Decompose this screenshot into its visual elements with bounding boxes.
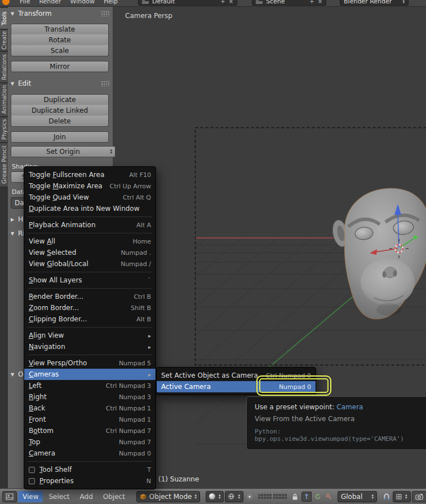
- menu-item-set-active-object-as-camera[interactable]: Set Active Object as CameraCtrl Numpad 0: [157, 370, 316, 381]
- shelf-tab-relations[interactable]: Relations: [0, 52, 8, 83]
- menu-item-properties[interactable]: PropertiesN: [24, 475, 156, 487]
- shelf-tab-create[interactable]: Create: [0, 30, 8, 51]
- layer-cell[interactable]: [258, 494, 260, 496]
- manipulator-translate-toggle[interactable]: [301, 492, 312, 502]
- shelf-tab-animation[interactable]: Animation: [0, 83, 8, 117]
- shelf-tab-grease-pencil[interactable]: Grease Pencil: [0, 143, 8, 187]
- menu-item-align-view[interactable]: Align View▸: [24, 330, 156, 341]
- editor-type-button[interactable]: [2, 491, 17, 502]
- layer-cell[interactable]: [273, 497, 276, 499]
- viewport-shading-dropdown[interactable]: ▴▾: [206, 491, 224, 502]
- header-menu-select[interactable]: Select: [44, 491, 74, 502]
- lock-to-scene-icon[interactable]: [290, 492, 300, 502]
- layer-cell[interactable]: [267, 497, 269, 499]
- opengl-render-button[interactable]: [412, 491, 426, 502]
- render-engine-selector[interactable]: Blender Render ▴▾: [340, 0, 409, 6]
- layer-cell[interactable]: [282, 494, 284, 496]
- menu-item-view-persp-ortho[interactable]: View Persp/OrthoNumpad 5: [24, 357, 156, 369]
- menu-separator: [28, 461, 152, 462]
- menu-item-back[interactable]: BackCtrl Numpad 1: [24, 403, 156, 414]
- scale-button[interactable]: Scale: [11, 45, 109, 56]
- add-layout-button[interactable]: +: [220, 0, 225, 5]
- menu-item-playback-animation[interactable]: Playback AnimationAlt A: [24, 219, 156, 231]
- menu-item-toggle-maximize-area[interactable]: Toggle Maximize AreaCtrl Up Arrow: [24, 180, 156, 192]
- rotate-button[interactable]: Rotate: [11, 34, 109, 46]
- layer-cell[interactable]: [261, 497, 263, 499]
- layer-cell[interactable]: [282, 497, 284, 499]
- layers-widget[interactable]: [258, 494, 287, 499]
- menu-item-render-border[interactable]: Render Border...Ctrl B: [24, 291, 156, 302]
- mirror-button[interactable]: Mirror: [11, 61, 109, 72]
- menu-item-right[interactable]: RightNumpad 3: [24, 391, 156, 403]
- layer-cell[interactable]: [267, 494, 269, 496]
- close-layout-button[interactable]: ×: [229, 0, 233, 5]
- scene-selector[interactable]: Scene + ×: [252, 0, 326, 6]
- menu-item-tool-shelf[interactable]: Tool ShelfT: [24, 464, 156, 475]
- duplicate-button[interactable]: Duplicate: [11, 94, 109, 105]
- browse-scenes-icon[interactable]: [256, 0, 263, 4]
- panel-grip-icon[interactable]: [101, 11, 110, 16]
- join-button[interactable]: Join: [11, 131, 109, 143]
- menu-item-view-global-local[interactable]: View Global/LocalNumpad /: [24, 258, 156, 269]
- panel-header-transform[interactable]: ▼ Transform: [10, 8, 111, 19]
- duplicate-linked-button[interactable]: Duplicate Linked: [11, 105, 109, 116]
- menu-item-view-selected[interactable]: View SelectedNumpad .: [24, 247, 156, 258]
- menu-item-show-all-layers[interactable]: Show All Layers`: [24, 275, 156, 286]
- header-menu-object[interactable]: Object: [99, 491, 130, 502]
- screen-layout-selector[interactable]: Default + ×: [138, 0, 237, 6]
- menu-item-front[interactable]: FrontNumpad 1: [24, 414, 156, 425]
- layer-cell[interactable]: [276, 497, 278, 499]
- layer-cell[interactable]: [264, 497, 266, 499]
- add-scene-button[interactable]: +: [309, 0, 314, 5]
- menu-render[interactable]: Render: [34, 0, 65, 5]
- layer-cell[interactable]: [279, 494, 281, 496]
- layer-cell[interactable]: [258, 497, 260, 499]
- menu-item-top[interactable]: TopNumpad 7: [24, 436, 156, 448]
- browse-layouts-icon[interactable]: [142, 0, 149, 4]
- orientation-dropdown[interactable]: Global ▴▾: [338, 491, 377, 502]
- menu-item-navigation[interactable]: Navigation▸: [24, 341, 156, 352]
- menu-help[interactable]: Help: [99, 0, 122, 5]
- menu-item-cameras[interactable]: Cameras▸: [24, 369, 156, 380]
- menu-item-camera[interactable]: CameraNumpad 0: [24, 448, 156, 459]
- menu-item-clipping-border[interactable]: Clipping Border...Alt B: [24, 313, 156, 325]
- suzanne-model[interactable]: [330, 188, 426, 319]
- layer-cell[interactable]: [285, 494, 287, 496]
- menu-item-active-camera[interactable]: Active CameraNumpad 0: [157, 381, 316, 392]
- snap-element-dropdown[interactable]: ▴▾: [393, 491, 411, 502]
- layer-cell[interactable]: [279, 497, 281, 499]
- menu-window[interactable]: Window: [66, 0, 99, 5]
- menu-item-view-all[interactable]: View AllHome: [24, 236, 156, 247]
- layer-cell[interactable]: [285, 497, 287, 499]
- manipulator-rotate-toggle[interactable]: [313, 492, 323, 502]
- delete-button[interactable]: Delete: [11, 116, 109, 127]
- pivot-point-dropdown[interactable]: ▴▾: [225, 491, 243, 502]
- shelf-tab-tools[interactable]: Tools: [0, 8, 8, 29]
- layer-cell[interactable]: [269, 497, 272, 499]
- menu-item-zoom-border[interactable]: Zoom Border...Shift B: [24, 302, 156, 313]
- pivot-align-toggle[interactable]: [245, 492, 255, 502]
- mode-dropdown[interactable]: Object Mode ▴▾: [136, 491, 200, 502]
- close-scene-button[interactable]: ×: [318, 0, 322, 5]
- menu-item-toggle-fullscreen-area[interactable]: Toggle Fullscreen AreaAlt F10: [24, 169, 156, 180]
- menu-item-toggle-quad-view[interactable]: Toggle Quad ViewCtrl Alt Q: [24, 192, 156, 203]
- menu-item-left[interactable]: LeftCtrl Numpad 3: [24, 380, 156, 391]
- panel-grip-icon[interactable]: [101, 81, 110, 86]
- menu-file[interactable]: File: [15, 0, 34, 5]
- manipulator-scale-toggle[interactable]: [324, 492, 334, 502]
- snap-magnet-icon[interactable]: [381, 492, 392, 502]
- menu-separator: [28, 355, 152, 355]
- layer-cell[interactable]: [276, 494, 278, 496]
- header-menu-view[interactable]: View: [18, 491, 43, 502]
- shelf-tab-physics[interactable]: Physics: [0, 117, 8, 143]
- menu-item-duplicate-area-into-new-window[interactable]: Duplicate Area into New Window: [24, 203, 156, 214]
- layer-cell[interactable]: [269, 494, 272, 496]
- header-menu-add[interactable]: Add: [76, 491, 97, 502]
- menu-item-bottom[interactable]: BottomCtrl Numpad 7: [24, 425, 156, 436]
- panel-header-edit[interactable]: ▼ Edit: [10, 78, 111, 89]
- layer-cell[interactable]: [264, 494, 266, 496]
- translate-button[interactable]: Translate: [11, 24, 109, 35]
- layer-cell[interactable]: [261, 494, 263, 496]
- layer-cell[interactable]: [273, 494, 276, 496]
- set-origin-dropdown[interactable]: Set Origin ▴▾: [11, 146, 116, 157]
